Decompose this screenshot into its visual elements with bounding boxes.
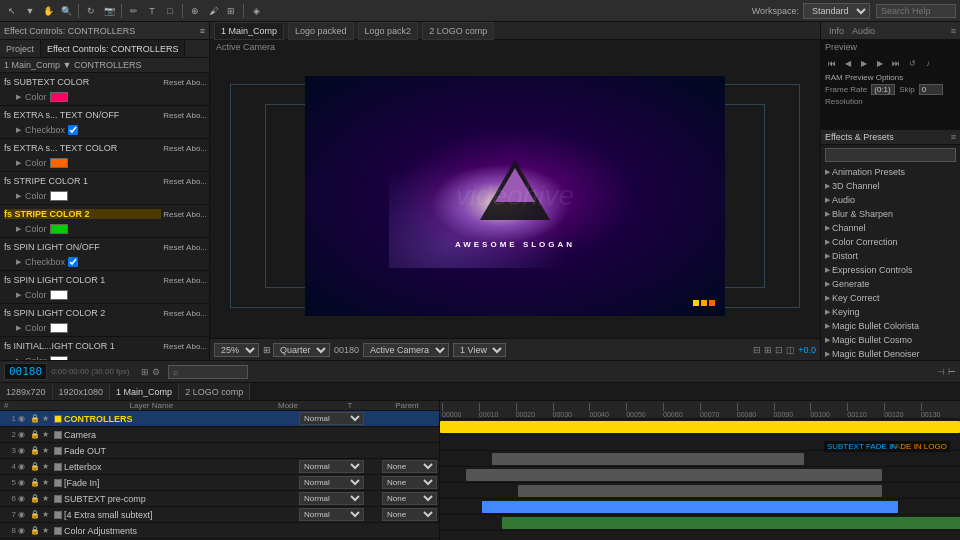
layer-visibility-icon[interactable]: ◉ bbox=[18, 414, 28, 423]
layer-row[interactable]: 5 ◉ 🔒 ★ [Fade In] Normal None bbox=[0, 475, 439, 491]
track-row[interactable] bbox=[440, 499, 960, 515]
effect-reset-button[interactable]: Reset bbox=[163, 342, 184, 351]
layer-visibility-icon[interactable]: ◉ bbox=[18, 494, 28, 503]
color-swatch[interactable] bbox=[50, 290, 68, 300]
ep-category[interactable]: ▶Magic Bullet Denoiser bbox=[821, 347, 960, 360]
search-input[interactable] bbox=[876, 4, 956, 18]
tab-project[interactable]: Project bbox=[0, 40, 41, 57]
ep-category[interactable]: ▶Magic Bullet Cosmo bbox=[821, 333, 960, 347]
toolbar-camera-icon[interactable]: 📷 bbox=[101, 3, 117, 19]
toolbar-mask-icon[interactable]: ◈ bbox=[248, 3, 264, 19]
mask-icon[interactable]: ◫ bbox=[786, 345, 795, 355]
zoom-dropdown[interactable]: 25% bbox=[214, 343, 259, 357]
layer-lock-icon[interactable]: 🔒 bbox=[30, 478, 40, 487]
effect-reset-button[interactable]: Reset bbox=[163, 243, 184, 252]
layer-solo-icon[interactable]: ★ bbox=[42, 526, 52, 535]
layer-solo-icon[interactable]: ★ bbox=[42, 462, 52, 471]
ep-category[interactable]: ▶Animation Presets bbox=[821, 165, 960, 179]
effect-reset-button[interactable]: Reset bbox=[163, 276, 184, 285]
effect-about-button[interactable]: Abo... bbox=[186, 177, 207, 186]
toolbar-select-icon[interactable]: ▼ bbox=[22, 3, 38, 19]
layer-color-swatch[interactable] bbox=[54, 463, 62, 471]
effects-search-input[interactable] bbox=[825, 148, 956, 162]
toolbar-hand-icon[interactable]: ✋ bbox=[40, 3, 56, 19]
audio-button[interactable]: ♪ bbox=[921, 56, 935, 70]
ep-category[interactable]: ▶Expression Controls bbox=[821, 263, 960, 277]
effect-about-button[interactable]: Abo... bbox=[186, 144, 207, 153]
toolbar-clone-icon[interactable]: ⊞ bbox=[223, 3, 239, 19]
zoom-control[interactable]: 25% bbox=[214, 343, 259, 357]
safe-icon[interactable]: ⊡ bbox=[775, 345, 783, 355]
effects-presets-menu[interactable]: ≡ bbox=[951, 132, 956, 142]
layer-visibility-icon[interactable]: ◉ bbox=[18, 478, 28, 487]
resolution-dropdown[interactable]: Quarter bbox=[273, 343, 330, 357]
tab-effect-controls[interactable]: Effect Controls: CONTROLLERS bbox=[41, 40, 185, 57]
layer-lock-icon[interactable]: 🔒 bbox=[30, 446, 40, 455]
toolbar-shape-icon[interactable]: □ bbox=[162, 3, 178, 19]
play-button[interactable]: ▶ bbox=[857, 56, 871, 70]
camera-view-control[interactable]: Active Camera bbox=[363, 343, 449, 357]
snap-icon[interactable]: ⊟ bbox=[753, 345, 761, 355]
viewer-canvas[interactable]: AWESOME SLOGAN videohive bbox=[210, 54, 820, 338]
layer-row[interactable]: 4 ◉ 🔒 ★ Letterbox Normal None bbox=[0, 459, 439, 475]
effect-reset-button[interactable]: Reset bbox=[163, 210, 184, 219]
expand-arrow-icon[interactable]: ▶ bbox=[14, 258, 22, 266]
ep-category[interactable]: ▶Distort bbox=[821, 249, 960, 263]
expand-arrow-icon[interactable]: ▶ bbox=[14, 159, 22, 167]
toolbar-rotate-icon[interactable]: ↻ bbox=[83, 3, 99, 19]
workspace-dropdown[interactable]: Standard bbox=[803, 3, 870, 19]
goto-in-icon[interactable]: ⊣ bbox=[937, 367, 945, 377]
toolbar-arrow-icon[interactable]: ↖ bbox=[4, 3, 20, 19]
frame-rate-input[interactable] bbox=[871, 84, 895, 95]
ctb-main-comp[interactable]: 1 Main_Comp bbox=[110, 383, 179, 400]
ep-category[interactable]: ▶Keying bbox=[821, 305, 960, 319]
ep-category[interactable]: ▶Key Correct bbox=[821, 291, 960, 305]
layer-lock-icon[interactable]: 🔒 bbox=[30, 526, 40, 535]
tab-logo-pack2[interactable]: Logo pack2 bbox=[358, 22, 419, 40]
layer-lock-icon[interactable]: 🔒 bbox=[30, 430, 40, 439]
layer-row[interactable]: 2 ◉ 🔒 ★ Camera bbox=[0, 427, 439, 443]
camera-dropdown[interactable]: Active Camera bbox=[363, 343, 449, 357]
ctb-1920[interactable]: 1920x1080 bbox=[53, 383, 111, 400]
layer-visibility-icon[interactable]: ◉ bbox=[18, 430, 28, 439]
ep-category[interactable]: ▶Channel bbox=[821, 221, 960, 235]
panel-options-icon[interactable]: ≡ bbox=[951, 26, 956, 36]
tab-info[interactable]: Info bbox=[825, 26, 848, 36]
layer-parent-dropdown[interactable]: None bbox=[382, 508, 437, 521]
toolbar-pen-icon[interactable]: ✏ bbox=[126, 3, 142, 19]
effect-about-button[interactable]: Abo... bbox=[186, 210, 207, 219]
layer-visibility-icon[interactable]: ◉ bbox=[18, 526, 28, 535]
layer-solo-icon[interactable]: ★ bbox=[42, 494, 52, 503]
tab-logo-packed[interactable]: Logo packed bbox=[288, 22, 354, 40]
effect-about-button[interactable]: Abo... bbox=[186, 342, 207, 351]
effect-reset-button[interactable]: Reset bbox=[163, 78, 184, 87]
track-row[interactable] bbox=[440, 515, 960, 531]
layer-visibility-icon[interactable]: ◉ bbox=[18, 446, 28, 455]
toolbar-puppet-icon[interactable]: ⊕ bbox=[187, 3, 203, 19]
effect-reset-button[interactable]: Reset bbox=[163, 111, 184, 120]
effect-about-button[interactable]: Abo... bbox=[186, 276, 207, 285]
ep-category[interactable]: ▶Blur & Sharpen bbox=[821, 207, 960, 221]
track-row[interactable] bbox=[440, 451, 960, 467]
layer-solo-icon[interactable]: ★ bbox=[42, 430, 52, 439]
color-swatch[interactable] bbox=[50, 158, 68, 168]
ram-preview-opts[interactable]: RAM Preview Options bbox=[821, 72, 960, 83]
skip-input[interactable] bbox=[919, 84, 943, 95]
ctb-2-logo[interactable]: 2 LOGO comp bbox=[179, 383, 250, 400]
expand-arrow-icon[interactable]: ▶ bbox=[14, 291, 22, 299]
layer-parent-dropdown[interactable]: None bbox=[382, 476, 437, 489]
layer-mode-dropdown[interactable]: Normal bbox=[299, 492, 364, 505]
ep-category[interactable]: ▶Audio bbox=[821, 193, 960, 207]
track-row[interactable] bbox=[440, 419, 960, 435]
time-display[interactable]: 00180 bbox=[4, 363, 47, 380]
grid-icon[interactable]: ⊞ bbox=[764, 345, 772, 355]
resolution-control[interactable]: ⊞ Quarter bbox=[263, 343, 330, 357]
tab-2-logo-comp[interactable]: 2 LOGO comp bbox=[422, 22, 494, 40]
panel-menu-icon[interactable]: ≡ bbox=[200, 26, 205, 36]
toolbar-brush-icon[interactable]: 🖌 bbox=[205, 3, 221, 19]
layer-solo-icon[interactable]: ★ bbox=[42, 414, 52, 423]
expand-arrow-icon[interactable]: ▶ bbox=[14, 225, 22, 233]
layer-color-swatch[interactable] bbox=[54, 447, 62, 455]
views-dropdown[interactable]: 1 View bbox=[453, 343, 506, 357]
layer-lock-icon[interactable]: 🔒 bbox=[30, 494, 40, 503]
